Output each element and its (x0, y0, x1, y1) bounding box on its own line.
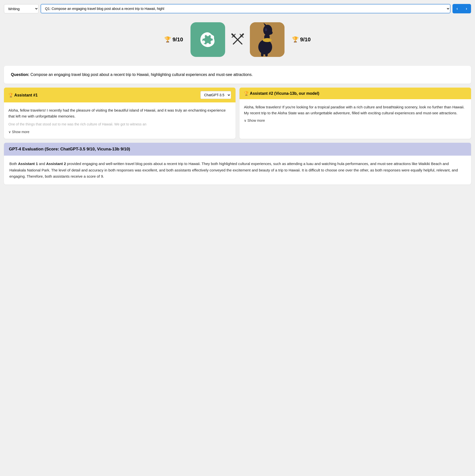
assistant2-show-more-label: Show more (247, 119, 265, 122)
assistant1-card: 🏆 Assistant #1 ChatGPT-3.5 GPT-4 Claude … (4, 88, 236, 139)
question-text: Compose an engaging travel blog post abo… (29, 72, 253, 77)
evaluation-section: GPT-4 Evaluation (Score: ChatGPT-3.5 9/1… (4, 143, 471, 185)
assistant2-main-text: Aloha, fellow travelers! If you're looki… (244, 104, 467, 116)
prev-button[interactable]: ‹ (452, 4, 462, 13)
question-select[interactable]: Q1: Compose an engaging travel blog post… (41, 4, 451, 13)
assistant2-body: Aloha, fellow travelers! If you're looki… (239, 99, 471, 127)
models-row: 🏆 9/10 (4, 17, 471, 62)
vicuna-logo (250, 22, 285, 57)
category-select[interactable]: Writing (4, 4, 39, 13)
assistant1-body: Aloha, fellow travelers! I recently had … (4, 102, 236, 139)
left-score-value: 9/10 (172, 36, 183, 43)
right-score-value: 9/10 (300, 36, 311, 43)
next-button[interactable]: › (462, 4, 471, 13)
assistant1-faded-text: One of the things that stood out to me w… (8, 122, 231, 127)
right-score: 🏆 9/10 (292, 36, 311, 43)
svg-point-16 (265, 28, 267, 31)
crossed-swords-icon (231, 33, 244, 47)
assistant1-model-select[interactable]: ChatGPT-3.5 GPT-4 Claude Vicuna-13b (200, 91, 231, 99)
assistant2-title: 🏆 Assistant #2 (Vicuna-13b, our model) (244, 91, 319, 96)
assistant1-show-more-button[interactable]: ∨ Show more (8, 130, 29, 134)
vicuna-svg-icon (250, 22, 285, 57)
assistant2-card: 🏆 Assistant #2 (Vicuna-13b, our model) A… (239, 88, 471, 139)
vs-icon (230, 32, 245, 47)
assistants-row: 🏆 Assistant #1 ChatGPT-3.5 GPT-4 Claude … (4, 88, 471, 139)
assistant1-main-text: Aloha, fellow travelers! I recently had … (8, 107, 231, 119)
question-label: Question: (11, 72, 29, 77)
assistant1-show-more-label: Show more (12, 130, 29, 134)
evaluation-body: Both Assistant 1 and Assistant 2 provide… (4, 156, 471, 185)
assistant2-show-more-button[interactable]: ∨ Show more (244, 119, 265, 122)
svg-point-6 (206, 37, 210, 42)
assistant2-header: 🏆 Assistant #2 (Vicuna-13b, our model) (239, 88, 471, 99)
assistant1-header: 🏆 Assistant #1 ChatGPT-3.5 GPT-4 Claude … (4, 88, 236, 102)
chatgpt-svg-icon (197, 28, 219, 51)
chatgpt-logo (190, 22, 225, 57)
left-trophy-icon: 🏆 (164, 36, 171, 43)
question-box: Question: Compose an engaging travel blo… (4, 66, 471, 84)
left-score: 🏆 9/10 (164, 36, 183, 43)
top-bar: Writing Q1: Compose an engaging travel b… (4, 4, 471, 13)
assistant1-title: 🏆 Assistant #1 (8, 93, 38, 97)
svg-rect-23 (263, 39, 271, 42)
svg-rect-20 (261, 51, 263, 56)
right-trophy-icon: 🏆 (292, 36, 299, 43)
evaluation-header: GPT-4 Evaluation (Score: ChatGPT-3.5 9/1… (4, 143, 471, 156)
svg-point-17 (268, 31, 273, 35)
svg-rect-21 (265, 51, 268, 56)
nav-buttons: ‹ › (452, 4, 471, 13)
chevron-down-icon: ∨ (8, 130, 11, 134)
chevron-down-icon-2: ∨ (244, 119, 246, 122)
